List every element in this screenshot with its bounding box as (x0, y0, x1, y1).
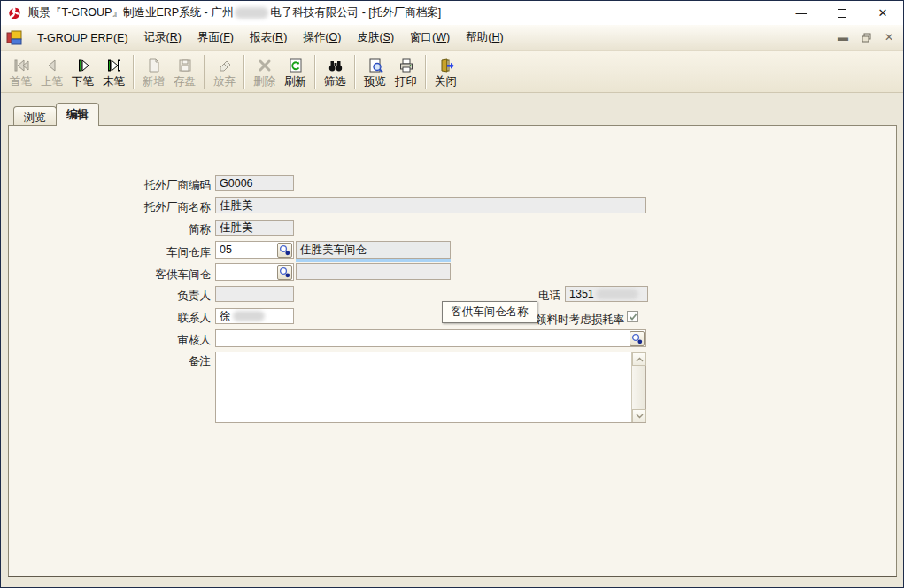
toolbar-separator (243, 55, 245, 89)
scroll-down-button[interactable] (632, 409, 646, 422)
customer-warehouse-lookup-button[interactable] (277, 265, 292, 280)
redacted-company-name (235, 7, 268, 19)
toolbar-close-button[interactable]: 关闭 (430, 54, 461, 89)
chevron-up-icon (636, 357, 644, 362)
title-bar: 顺景『T-GROUP』制造业ERP系统 - 广州电子科技有限公司 - [托外厂商… (1, 1, 903, 25)
toolbar-separator (133, 55, 135, 89)
redacted-contact (233, 311, 265, 321)
exit-door-icon (437, 57, 455, 74)
magnifier-icon (279, 267, 290, 278)
magnifier-icon (631, 333, 643, 344)
menu-help[interactable]: 帮助(H) (458, 26, 511, 50)
app-window: 顺景『T-GROUP』制造业ERP系统 - 广州电子科技有限公司 - [托外厂商… (0, 0, 904, 588)
toolbar-prev-button[interactable]: 上笔 (36, 54, 67, 89)
magnifier-icon (279, 244, 290, 256)
scroll-up-button[interactable] (632, 352, 646, 366)
chevron-down-icon (636, 414, 644, 419)
toolbar-filter-button[interactable]: 筛选 (320, 54, 351, 89)
customer-warehouse-label: 客供车间仓 (89, 267, 211, 282)
redacted-phone (596, 289, 638, 299)
toolbar-refresh-button[interactable]: 刷新 (280, 54, 311, 89)
mdi-minimize-button[interactable]: ▬ (834, 28, 852, 46)
manager-field[interactable] (215, 286, 294, 302)
app-logo-icon (7, 5, 23, 21)
vendor-name-label: 托外厂商名称 (89, 200, 211, 215)
prev-record-icon (43, 57, 61, 74)
window-title: 顺景『T-GROUP』制造业ERP系统 - 广州电子科技有限公司 - [托外厂商… (28, 5, 441, 20)
tab-browse[interactable]: 浏览 (13, 106, 57, 126)
mdi-restore-button[interactable] (857, 28, 875, 46)
toolbar: 首笔 上笔 下笔 末笔 (1, 51, 903, 93)
next-record-icon (74, 57, 92, 74)
customer-warehouse-name-field[interactable] (296, 263, 451, 280)
toolbar-first-button[interactable]: 首笔 (5, 54, 36, 89)
toolbar-save-button[interactable]: 存盘 (169, 54, 200, 89)
window-close-button[interactable]: ✕ (862, 1, 903, 25)
remark-label: 备注 (89, 354, 211, 369)
focus-indicator-bar (296, 259, 451, 262)
phone-field[interactable]: 1351 (565, 286, 648, 302)
manager-label: 负责人 (89, 289, 211, 304)
first-record-icon (12, 57, 30, 74)
tooltip: 客供车间仓名称 (442, 301, 537, 323)
toolbar-print-button[interactable]: 打印 (390, 54, 421, 89)
remark-textarea[interactable] (215, 352, 646, 423)
printer-icon (398, 57, 415, 74)
last-record-icon (105, 57, 123, 74)
toolbar-delete-button[interactable]: 删除 (249, 54, 280, 89)
menu-report[interactable]: 报表(R) (242, 26, 295, 50)
toolbar-abandon-button[interactable]: 放弃 (209, 54, 240, 89)
delete-icon (256, 57, 274, 74)
restore-icon (862, 33, 871, 43)
toolbar-separator (425, 55, 427, 89)
save-icon (176, 57, 194, 74)
toolbar-next-button[interactable]: 下笔 (67, 54, 98, 89)
toolbar-preview-button[interactable]: 预览 (359, 54, 390, 89)
toolbar-last-button[interactable]: 末笔 (98, 54, 129, 89)
short-name-label: 简称 (89, 222, 211, 237)
toolbar-separator (314, 55, 316, 89)
auditor-field[interactable] (215, 329, 646, 347)
contact-label: 联系人 (89, 311, 211, 326)
refresh-icon (287, 57, 305, 74)
toolbar-separator (204, 55, 205, 89)
new-record-icon (145, 57, 163, 74)
workshop-warehouse-name-field[interactable]: 佳胜美车间仓 (296, 241, 451, 259)
auditor-label: 审核人 (89, 333, 211, 348)
toolbar-separator (354, 55, 356, 89)
workshop-warehouse-lookup-button[interactable] (277, 243, 292, 258)
checkmark-icon (629, 313, 637, 321)
vendor-name-field[interactable] (215, 197, 646, 213)
contact-field[interactable]: 徐 (215, 308, 294, 324)
memo-scrollbar[interactable] (631, 352, 645, 422)
menu-window[interactable]: 窗口(W) (402, 26, 458, 50)
menu-skin[interactable]: 皮肤(S) (349, 26, 402, 50)
print-preview-icon (367, 57, 384, 74)
workshop-warehouse-label: 车间仓库 (89, 245, 211, 260)
window-minimize-button[interactable]: — (781, 1, 822, 25)
vendor-code-field[interactable] (215, 175, 294, 191)
eraser-icon (216, 57, 234, 74)
menu-interface[interactable]: 界面(F) (189, 26, 242, 50)
auditor-lookup-button[interactable] (630, 331, 645, 346)
mdi-close-button[interactable]: ✕ (880, 28, 898, 46)
menu-tgroup-erp[interactable]: T-GROUP ERP(E) (29, 27, 136, 49)
menu-record[interactable]: 记录(R) (136, 26, 189, 50)
menu-bar: T-GROUP ERP(E) 记录(R) 界面(F) 报表(R) 操作(O) 皮… (1, 25, 903, 51)
binoculars-icon (327, 57, 344, 74)
mdi-system-icon[interactable] (6, 30, 24, 46)
tab-edit[interactable]: 编辑 (56, 103, 99, 126)
short-name-field[interactable] (215, 220, 294, 236)
toolbar-new-button[interactable]: 新增 (138, 54, 169, 89)
loss-rate-checkbox[interactable] (627, 311, 638, 322)
window-maximize-button[interactable] (822, 1, 862, 25)
menu-operation[interactable]: 操作(O) (295, 26, 349, 50)
vendor-code-label: 托外厂商编码 (89, 178, 211, 193)
